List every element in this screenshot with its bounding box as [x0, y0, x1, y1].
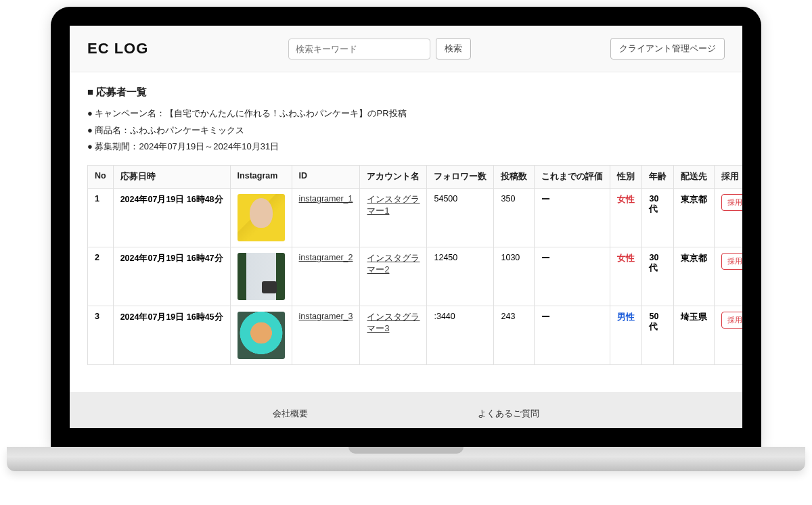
th-account-name: アカウント名	[360, 166, 427, 189]
main-content: ■ 応募者一覧 キャンペーン名：【自宅でかんたんに作れる！ふわふわパンケーキ】の…	[70, 72, 742, 372]
cell-evaluation: ー	[535, 247, 610, 306]
campaign-name: 【自宅でかんたんに作れる！ふわふわパンケーキ】のPR投稿	[165, 108, 406, 118]
cell-account-name: インスタグラマー1	[360, 189, 427, 247]
th-followers: フォロワー数	[427, 166, 494, 189]
applicants-table: No 応募日時 Instagram ID アカウント名 フォロワー数 投稿数 こ…	[87, 165, 742, 365]
product-label: 商品名：	[95, 125, 130, 135]
cell-instagram	[230, 247, 292, 306]
instagram-id-link[interactable]: instagramer_3	[299, 312, 353, 321]
cell-id: instagramer_3	[292, 306, 360, 365]
applicants-table-wrap: No 応募日時 Instagram ID アカウント名 フォロワー数 投稿数 こ…	[87, 165, 725, 365]
cell-applied-at: 2024年07月19日 16時45分	[113, 306, 230, 365]
cell-followers: :3440	[427, 306, 494, 365]
cell-shipping: 東京都	[674, 247, 715, 306]
cell-id: instagramer_1	[292, 189, 360, 247]
footer-link[interactable]: 会社概要	[273, 408, 369, 420]
account-name-link[interactable]: インスタグラマー3	[367, 312, 420, 333]
cell-adopt: 採用する	[715, 306, 742, 365]
cell-gender: 女性	[610, 247, 642, 306]
period-value: 2024年07月19日～2024年10月31日	[139, 141, 279, 151]
laptop-base	[7, 447, 805, 471]
th-id: ID	[292, 166, 360, 189]
cell-followers: 12450	[427, 247, 494, 306]
adopt-button[interactable]: 採用する	[721, 194, 742, 211]
cell-posts: 1030	[494, 247, 535, 306]
cell-gender: 女性	[610, 189, 642, 247]
th-evaluation: これまでの評価	[535, 166, 610, 189]
cell-applied-at: 2024年07月19日 16時48分	[113, 189, 230, 247]
search-button[interactable]: 検索	[436, 38, 471, 59]
footer-col-1: 会社概要特定商取引に関する表記プライバシーポリシークライアント利用規約	[273, 408, 369, 428]
cell-no: 1	[88, 189, 114, 247]
table-row: 3 2024年07月19日 16時45分 instagramer_3 インスタグ…	[88, 306, 743, 365]
cell-age: 30代	[642, 189, 674, 247]
cell-gender: 男性	[610, 306, 642, 365]
th-no: No	[88, 166, 114, 189]
logo: EC LOG	[87, 40, 148, 57]
cell-shipping: 東京都	[674, 189, 715, 247]
product-line: 商品名：ふわふわパンケーキミックス	[87, 122, 725, 139]
search-area: 検索	[288, 38, 471, 59]
footer-link[interactable]: よくあるご質問	[478, 408, 539, 420]
th-age: 年齢	[642, 166, 674, 189]
th-adopt: 採用	[715, 166, 742, 189]
period-line: 募集期間：2024年07月19日～2024年10月31日	[87, 139, 725, 155]
cell-id: instagramer_2	[292, 247, 360, 306]
cell-account-name: インスタグラマー3	[360, 306, 427, 365]
th-instagram: Instagram	[230, 166, 292, 189]
client-admin-page-button[interactable]: クライアント管理ページ	[610, 38, 725, 59]
cell-age: 50代	[642, 306, 674, 365]
cell-evaluation: ー	[535, 306, 610, 365]
cell-posts: 350	[494, 189, 535, 247]
cell-instagram	[230, 306, 292, 365]
cell-shipping: 埼玉県	[674, 306, 715, 365]
search-input[interactable]	[288, 39, 430, 59]
cell-followers: 54500	[427, 189, 494, 247]
cell-posts: 243	[494, 306, 535, 365]
instagram-thumbnail[interactable]	[238, 194, 285, 241]
table-row: 2 2024年07月19日 16時47分 instagramer_2 インスタグ…	[88, 247, 743, 306]
cell-applied-at: 2024年07月19日 16時47分	[113, 247, 230, 306]
table-header-row: No 応募日時 Instagram ID アカウント名 フォロワー数 投稿数 こ…	[88, 166, 743, 189]
account-name-link[interactable]: インスタグラマー2	[367, 254, 420, 274]
footer-col-2: よくあるご質問お問い合わせSNSアカウント	[478, 408, 539, 428]
cell-adopt: 採用する	[715, 189, 742, 247]
table-row: 1 2024年07月19日 16時48分 instagramer_1 インスタグ…	[88, 189, 743, 247]
instagram-id-link[interactable]: instagramer_1	[299, 194, 353, 203]
th-applied-at: 応募日時	[113, 166, 230, 189]
th-gender: 性別	[610, 166, 642, 189]
cell-instagram	[230, 189, 292, 247]
footer: 会社概要特定商取引に関する表記プライバシーポリシークライアント利用規約 よくある…	[70, 392, 742, 428]
cell-age: 30代	[642, 247, 674, 306]
cell-no: 2	[88, 247, 114, 306]
adopt-button[interactable]: 採用する	[721, 253, 742, 270]
instagram-thumbnail[interactable]	[238, 253, 285, 300]
top-bar: EC LOG 検索 クライアント管理ページ	[70, 26, 742, 72]
cell-no: 3	[88, 306, 114, 365]
cell-account-name: インスタグラマー2	[360, 247, 427, 306]
account-name-link[interactable]: インスタグラマー1	[367, 195, 420, 216]
adopt-button[interactable]: 採用する	[721, 312, 742, 329]
cell-adopt: 採用する	[715, 247, 742, 306]
campaign-label: キャンペーン名：	[95, 108, 165, 118]
campaign-line: キャンペーン名：【自宅でかんたんに作れる！ふわふわパンケーキ】のPR投稿	[87, 105, 725, 122]
instagram-thumbnail[interactable]	[238, 312, 285, 359]
instagram-id-link[interactable]: instagramer_2	[299, 253, 353, 262]
th-shipping: 配送先	[674, 166, 715, 189]
period-label: 募集期間：	[95, 141, 139, 151]
page-title: ■ 応募者一覧	[87, 86, 725, 99]
cell-evaluation: ー	[535, 189, 610, 247]
th-posts: 投稿数	[494, 166, 535, 189]
product-name: ふわふわパンケーキミックス	[130, 125, 244, 135]
